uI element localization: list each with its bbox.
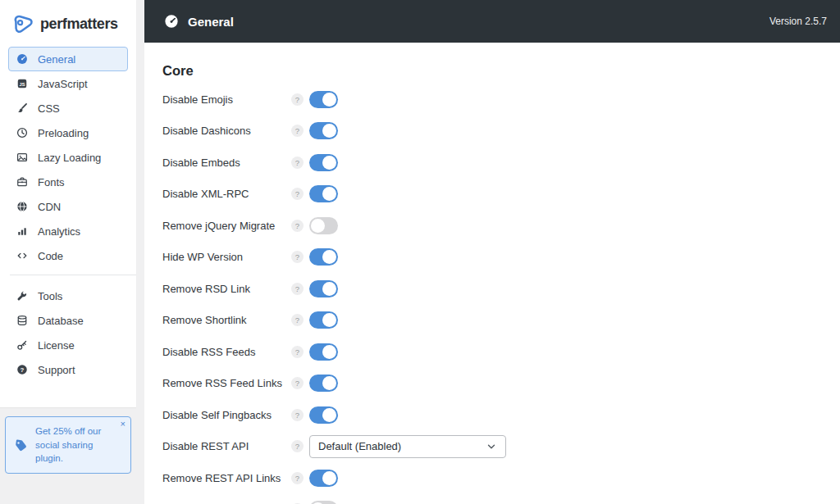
help-icon[interactable]: ? (291, 220, 304, 232)
setting-label: Disable Embeds (162, 157, 291, 169)
brand-logo: perfmatters (0, 0, 136, 45)
toggle-switch[interactable] (309, 375, 338, 392)
setting-label: Disable XML-RPC (162, 188, 291, 200)
sidebar-item-label: Analytics (38, 225, 80, 238)
database-icon (16, 315, 28, 326)
sidebar-item-license[interactable]: License (8, 333, 128, 357)
sidebar-item-tools[interactable]: Tools (8, 284, 128, 308)
sidebar-divider (10, 275, 136, 275)
toggle-switch[interactable] (309, 217, 338, 234)
toggle-switch[interactable] (309, 343, 338, 361)
toggle-switch[interactable] (309, 185, 338, 202)
help-icon[interactable]: ? (291, 440, 304, 452)
setting-label: Remove RSS Feed Links (162, 377, 291, 389)
briefcase-icon (16, 176, 28, 188)
sidebar-item-label: Tools (38, 290, 62, 302)
sidebar-item-lazy-loading[interactable]: Lazy Loading (8, 145, 128, 170)
setting-row-partial: ? (144, 494, 840, 504)
close-icon[interactable]: × (121, 420, 126, 429)
setting-row-remove-rsd-link: Remove RSD Link ? (144, 273, 840, 305)
promo-banner: Get 25% off our social sharing plugin. × (5, 416, 131, 474)
setting-label: Disable REST API (162, 440, 291, 452)
sidebar-item-javascript[interactable]: JS JavaScript (8, 71, 128, 96)
sidebar-item-support[interactable]: ? Support (8, 357, 128, 382)
sidebar: perfmatters General JS (0, 0, 136, 407)
toggle-switch[interactable] (309, 406, 338, 424)
sidebar-item-label: Database (38, 315, 84, 327)
bar-chart-icon (16, 225, 28, 237)
help-icon[interactable]: ? (291, 157, 304, 169)
help-icon[interactable]: ? (291, 188, 304, 200)
help-icon[interactable]: ? (291, 409, 304, 421)
sidebar-item-general[interactable]: General (8, 47, 128, 71)
help-icon[interactable]: ? (291, 314, 304, 326)
setting-label: Remove jQuery Migrate (162, 220, 291, 232)
perfmatters-settings-page: perfmatters General JS (0, 0, 840, 504)
setting-label: Remove RSD Link (162, 283, 291, 295)
sidebar-nav-secondary: Tools Database (0, 282, 136, 382)
toggle-switch[interactable] (309, 91, 338, 108)
section-title: Core (162, 62, 840, 79)
perfmatters-pick-icon (11, 13, 34, 35)
toggle-switch[interactable] (309, 470, 338, 487)
setting-row-disable-xml-rpc: Disable XML-RPC ? (144, 179, 840, 211)
main-panel: General Version 2.5.7 Core Disable Emoji… (144, 0, 840, 504)
toggle-switch[interactable] (309, 280, 338, 297)
setting-row-remove-shortlink: Remove Shortlink ? (144, 305, 840, 337)
dashboard-icon (16, 53, 28, 65)
sidebar-item-label: General (38, 53, 75, 66)
sidebar-nav: General JS JavaScript CSS (0, 45, 136, 268)
setting-label: Remove Shortlink (162, 314, 291, 326)
sidebar-item-label: Code (38, 250, 63, 262)
promo-link[interactable]: Get 25% off our social sharing plugin. (35, 425, 122, 465)
setting-row-disable-dashicons: Disable Dashicons ? (144, 116, 840, 148)
toggle-switch[interactable] (309, 248, 338, 266)
sidebar-item-css[interactable]: CSS (8, 96, 128, 120)
setting-row-hide-wp-version: Hide WP Version ? (144, 242, 840, 274)
clock-icon (16, 127, 28, 138)
help-icon[interactable]: ? (291, 93, 304, 106)
help-icon[interactable]: ? (291, 377, 304, 389)
brand-name: perfmatters (40, 16, 118, 33)
help-icon[interactable]: ? (291, 251, 304, 263)
setting-label: Disable Emojis (162, 93, 291, 106)
page-header: General Version 2.5.7 (144, 0, 840, 43)
sidebar-item-label: Fonts (38, 176, 65, 188)
code-icon (16, 250, 28, 261)
setting-label: Hide WP Version (162, 251, 291, 263)
sidebar-item-label: CSS (38, 102, 60, 115)
setting-row-disable-emojis: Disable Emojis ? (144, 84, 840, 116)
setting-label: Disable RSS Feeds (162, 346, 291, 358)
wrench-icon (16, 290, 28, 302)
setting-label: Disable Dashicons (162, 125, 291, 137)
settings-content: Core Disable Emojis ? Disable Dashicons … (144, 43, 840, 504)
sidebar-item-label: CDN (38, 201, 61, 213)
setting-row-remove-jquery-migrate: Remove jQuery Migrate ? (144, 210, 840, 242)
toggle-switch[interactable] (309, 311, 338, 329)
setting-row-remove-rest-api-links: Remove REST API Links ? (144, 462, 840, 494)
help-icon[interactable]: ? (291, 283, 304, 295)
sidebar-item-label: Preloading (38, 127, 89, 139)
dashboard-icon (164, 14, 179, 29)
rest-api-select[interactable]: Default (Enabled) (309, 435, 506, 458)
toggle-switch[interactable] (309, 501, 338, 504)
toggle-switch[interactable] (309, 154, 338, 171)
sidebar-item-cdn[interactable]: CDN (8, 194, 128, 219)
setting-row-remove-rss-feed-links: Remove RSS Feed Links ? (144, 368, 840, 400)
version-label: Version 2.5.7 (769, 16, 827, 27)
help-icon[interactable]: ? (291, 125, 304, 137)
setting-row-disable-rss-feeds: Disable RSS Feeds ? (144, 336, 840, 368)
toggle-switch[interactable] (309, 122, 338, 139)
svg-text:?: ? (21, 366, 25, 374)
sidebar-item-analytics[interactable]: Analytics (8, 219, 128, 243)
svg-text:JS: JS (20, 82, 25, 87)
help-icon[interactable]: ? (291, 346, 304, 358)
sidebar-item-code[interactable]: Code (8, 243, 128, 268)
help-icon[interactable]: ? (291, 472, 304, 484)
sidebar-item-preloading[interactable]: Preloading (8, 120, 128, 145)
sidebar-item-label: License (38, 339, 75, 352)
sidebar-item-fonts[interactable]: Fonts (8, 170, 128, 194)
globe-icon (16, 201, 28, 212)
key-icon (16, 339, 28, 351)
sidebar-item-database[interactable]: Database (8, 308, 128, 333)
